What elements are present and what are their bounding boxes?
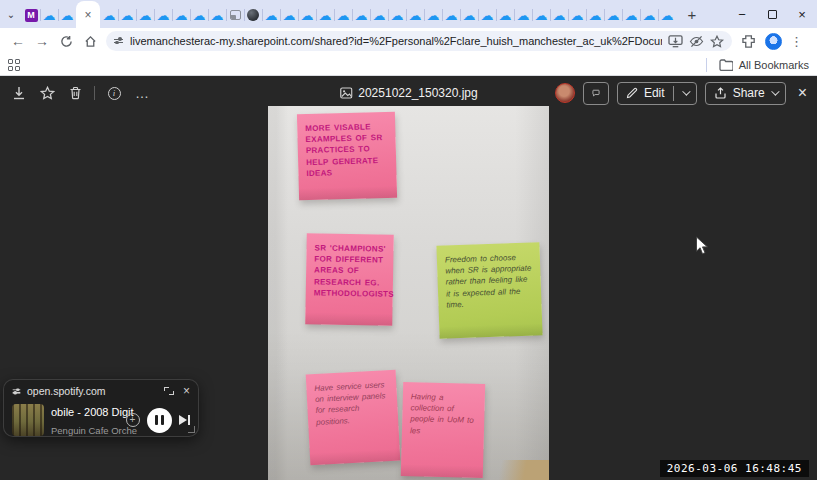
home-icon (84, 35, 97, 48)
next-track-button[interactable] (179, 415, 191, 425)
tab-cloud[interactable]: ☁ (388, 2, 406, 28)
new-tab-button[interactable]: + (680, 2, 704, 26)
pip-close-button[interactable]: × (183, 385, 190, 397)
user-avatar[interactable] (555, 83, 575, 103)
tab-cloud[interactable]: ☁ (406, 2, 424, 28)
delete-button[interactable] (66, 84, 84, 102)
url-text[interactable]: livemanchesterac-my.sharepoint.com/share… (130, 35, 662, 47)
edit-button[interactable]: Edit (617, 82, 697, 105)
timestamp-overlay: 2026-03-06 16:48:45 (660, 460, 809, 477)
eye-off-icon[interactable] (689, 35, 704, 48)
tab-cloud[interactable]: ☁ (100, 2, 118, 28)
tab-cloud[interactable]: ☁ (658, 2, 676, 28)
window-close-button[interactable]: × (787, 0, 817, 28)
tab-cloud[interactable]: ☁ (622, 2, 640, 28)
tab-m[interactable]: M (22, 2, 40, 28)
tab-cloud[interactable]: ☁ (352, 2, 370, 28)
cloud-favicon: ☁ (319, 9, 332, 22)
pip-resize-handle[interactable] (188, 426, 195, 433)
tab-cloud[interactable]: ☁ (478, 2, 496, 28)
tab-cloud[interactable]: ☁ (172, 2, 190, 28)
bookmark-star-icon[interactable] (710, 35, 724, 48)
share-button[interactable]: Share (705, 82, 786, 105)
tab-cloud[interactable]: ☁ (298, 2, 316, 28)
tab-cloud[interactable]: ☁ (208, 2, 226, 28)
tab-cloud[interactable]: ☁ (532, 2, 550, 28)
next-track-icon (179, 415, 187, 425)
tab-cloud[interactable]: ☁ (424, 2, 442, 28)
more-options-button[interactable]: … (133, 84, 151, 102)
file-title: 20251022_150320.jpg (339, 86, 477, 100)
tab-cloud[interactable]: ☁ (40, 2, 58, 28)
pip-controls: + (126, 408, 191, 433)
comments-button[interactable] (583, 82, 609, 105)
maximize-button[interactable] (757, 0, 787, 28)
trash-icon (69, 86, 82, 100)
tab-cloud[interactable]: ☁ (370, 2, 388, 28)
tab-cloud[interactable]: ☁ (280, 2, 298, 28)
tab-cloud[interactable]: ☁ (460, 2, 478, 28)
address-bar[interactable]: livemanchesterac-my.sharepoint.com/share… (106, 31, 732, 51)
tab-cloud[interactable]: ☁ (136, 2, 154, 28)
tab-cloud[interactable]: ☁ (262, 2, 280, 28)
viewer-toolbar-right: Edit Share × (555, 82, 807, 105)
cloud-favicon: ☁ (157, 9, 170, 22)
image-icon (339, 87, 352, 99)
tab-window[interactable] (226, 2, 244, 28)
viewer-close-button[interactable]: × (798, 84, 807, 102)
tab-cloud[interactable]: ☁ (496, 2, 514, 28)
back-button[interactable]: ← (6, 30, 30, 52)
download-button[interactable] (10, 84, 28, 102)
tab-cloud[interactable]: ☁ (58, 2, 76, 28)
minimize-button[interactable]: − (727, 0, 757, 28)
filename-label: 20251022_150320.jpg (358, 86, 477, 100)
pause-button[interactable] (147, 408, 172, 433)
omnibox-icons (668, 35, 724, 48)
pip-site-label: open.spotify.com (27, 385, 164, 397)
profile-avatar[interactable] (765, 33, 782, 50)
site-info-icon[interactable] (114, 39, 123, 44)
all-bookmarks-button[interactable]: All Bookmarks (706, 58, 809, 72)
tab-active[interactable]: × (76, 1, 100, 28)
tab-cloud[interactable]: ☁ (442, 2, 460, 28)
tab-cloud[interactable]: ☁ (550, 2, 568, 28)
add-to-playlist-icon[interactable]: + (126, 413, 140, 427)
tab-cloud[interactable]: ☁ (316, 2, 334, 28)
tab-cloud[interactable]: ☁ (190, 2, 208, 28)
info-button[interactable]: i (105, 84, 123, 102)
browser-menu-icon[interactable]: ⋮ (790, 34, 803, 49)
window-controls: − × (727, 0, 817, 28)
save-to-device-icon[interactable] (668, 35, 683, 48)
track-info: obile - 2008 Digit Penguin Cafe Orche (51, 402, 119, 438)
cloud-favicon: ☁ (481, 9, 494, 22)
pip-back-to-tab-icon[interactable] (164, 387, 174, 395)
cloud-favicon: ☁ (643, 9, 656, 22)
window-favicon (230, 10, 241, 20)
tab-cloud[interactable]: ☁ (640, 2, 658, 28)
cloud-favicon: ☁ (121, 9, 134, 22)
cloud-favicon: ☁ (607, 9, 620, 22)
forward-button[interactable]: → (30, 30, 54, 52)
media-pip-window[interactable]: open.spotify.com × obile - 2008 Digit Pe… (3, 379, 199, 437)
apps-grid-icon[interactable] (8, 59, 20, 71)
tab-search-button[interactable]: ⌄ (0, 0, 22, 28)
pip-site-icon (13, 389, 21, 393)
extensions-icon[interactable] (742, 34, 757, 49)
cloud-favicon: ☁ (589, 9, 602, 22)
tab-cloud[interactable]: ☁ (586, 2, 604, 28)
tab-close-icon[interactable]: × (84, 9, 91, 21)
tab-cloud[interactable]: ☁ (604, 2, 622, 28)
reload-button[interactable] (54, 30, 78, 52)
cloud-favicon: ☁ (625, 9, 638, 22)
tab-cloud[interactable]: ☁ (334, 2, 352, 28)
tab-cloud[interactable]: ☁ (118, 2, 136, 28)
favorite-button[interactable] (38, 84, 56, 102)
home-button[interactable] (78, 30, 102, 52)
tab-cloud[interactable]: ☁ (568, 2, 586, 28)
edit-chevron-icon[interactable] (682, 87, 690, 95)
tab-cloud[interactable]: ☁ (514, 2, 532, 28)
cloud-favicon: ☁ (571, 9, 584, 22)
tab-cloud[interactable]: ☁ (154, 2, 172, 28)
globe-favicon (247, 9, 259, 21)
tab-globe[interactable] (244, 2, 262, 28)
